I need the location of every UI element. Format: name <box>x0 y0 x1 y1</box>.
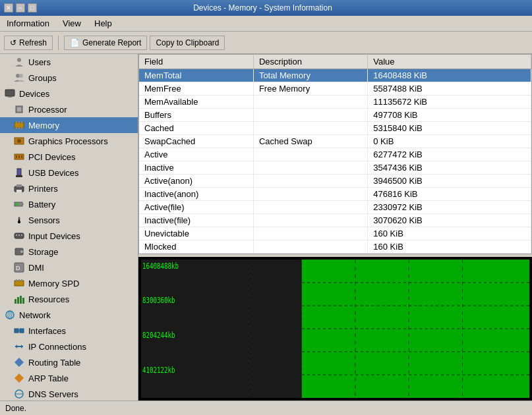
graphics-icon <box>13 135 25 147</box>
sidebar-item-groups[interactable]: Groups <box>0 70 138 86</box>
cell-value: 11135672 KiB <box>368 96 531 109</box>
sidebar-item-dmi[interactable]: DDMI <box>0 260 138 275</box>
sidebar-item-sensors[interactable]: 🌡Sensors <box>0 212 138 228</box>
memspd-icon <box>13 277 25 289</box>
cell-description <box>253 96 367 109</box>
sidebar-item-ipconn[interactable]: IP Connections <box>0 339 138 354</box>
table-row[interactable]: Mlocked160 KiB <box>139 240 531 254</box>
menu-view[interactable]: View <box>59 17 85 30</box>
svg-rect-7 <box>15 123 24 128</box>
sidebar-item-memory[interactable]: Memory <box>0 117 138 133</box>
network-icon <box>4 309 16 321</box>
cell-value: 5315840 KiB <box>368 122 531 135</box>
sidebar-item-pci[interactable]: PCI Devices <box>0 149 138 165</box>
cell-field: Inactive(file) <box>139 214 253 227</box>
sidebar-item-network[interactable]: Network <box>0 307 138 323</box>
close-button[interactable]: ✕ <box>4 3 13 13</box>
cell-description <box>253 214 367 227</box>
svg-rect-9 <box>18 121 20 123</box>
table-row[interactable]: SwapCachedCached Swap0 KiB <box>139 135 531 148</box>
table-row[interactable]: Unevictable160 KiB <box>139 227 531 240</box>
table-row[interactable]: MemAvailable11135672 KiB <box>139 96 531 109</box>
table-row[interactable]: Active(file)2330972 KiB <box>139 201 531 214</box>
sidebar-label-users: Users <box>28 57 51 67</box>
table-row[interactable]: Inactive(anon)476816 KiB <box>139 188 531 201</box>
sidebar-item-memspd[interactable]: Memory SPD <box>0 275 138 291</box>
cell-description: Total Memory <box>253 69 367 82</box>
table-row[interactable]: Buffers497708 KiB <box>139 109 531 122</box>
cell-field: SwapCached <box>139 135 253 148</box>
storage-icon <box>13 246 25 258</box>
interfaces-icon <box>13 325 25 337</box>
svg-rect-17 <box>16 155 17 158</box>
status-text: Done. <box>5 404 26 413</box>
table-row[interactable]: Active(anon)3946500 KiB <box>139 175 531 188</box>
dns-icon <box>13 388 25 400</box>
maximize-button[interactable]: □ <box>28 3 37 13</box>
cell-field: Cached <box>139 122 253 135</box>
table-row[interactable]: Cached5315840 KiB <box>139 122 531 135</box>
sidebar-item-users[interactable]: Users <box>0 54 138 70</box>
sidebar-item-devices[interactable]: Devices <box>0 86 138 101</box>
cell-value: 160 KiB <box>368 227 531 240</box>
generate-report-button[interactable]: 📄 Generate Report <box>64 36 147 50</box>
cell-field: MemTotal <box>139 69 253 82</box>
cell-description <box>253 109 367 122</box>
svg-rect-48 <box>20 329 24 333</box>
table-row[interactable]: Inactive(file)3070620 KiB <box>139 214 531 227</box>
cell-value: 0 KiB <box>368 135 531 148</box>
table-row[interactable]: MemTotalTotal Memory16408488 KiB <box>139 69 531 82</box>
dmi-icon: D <box>13 262 25 273</box>
cell-field: MemAvailable <box>139 96 253 109</box>
cell-value: 2330972 KiB <box>368 201 531 214</box>
sidebar-item-battery[interactable]: Battery <box>0 196 138 212</box>
copy-clipboard-button[interactable]: Copy to Clipboard <box>150 36 225 50</box>
sidebar-item-resources[interactable]: Resources <box>0 291 138 307</box>
cell-value: 3946500 KiB <box>368 175 531 188</box>
sidebar-label-processor: Processor <box>28 105 67 115</box>
table-row[interactable]: Inactive3547436 KiB <box>139 161 531 175</box>
sidebar-item-input[interactable]: Input Devices <box>0 228 138 244</box>
refresh-button[interactable]: ↺ Refresh <box>4 36 53 50</box>
cell-description <box>253 201 367 214</box>
svg-rect-3 <box>5 90 15 96</box>
table-row[interactable]: MemFreeFree Memory5587488 KiB <box>139 82 531 96</box>
sidebar-item-arp[interactable]: ARP Table <box>0 370 138 386</box>
cell-description <box>253 227 367 240</box>
chart-area: 16408488kb 8300360kb 8204244kb 4102122kb <box>138 257 532 401</box>
sidebar-label-resources: Resources <box>28 294 69 304</box>
groups-icon <box>13 72 25 84</box>
svg-text:D: D <box>16 265 20 271</box>
svg-rect-38 <box>18 279 20 281</box>
sidebar-item-interfaces[interactable]: Interfaces <box>0 323 138 339</box>
menu-information[interactable]: Information <box>3 17 53 30</box>
sidebar-label-network: Network <box>19 310 51 320</box>
sidebar-item-usb[interactable]: USB Devices <box>0 165 138 180</box>
status-bar: Done. <box>0 401 532 415</box>
sidebar-item-storage[interactable]: Storage <box>0 244 138 260</box>
sidebar-item-routing[interactable]: Routing Table <box>0 354 138 370</box>
menu-bar: Information View Help <box>0 16 532 32</box>
cell-description <box>253 122 367 135</box>
svg-rect-13 <box>21 127 22 129</box>
minimize-button[interactable]: − <box>16 3 25 13</box>
col-value: Value <box>368 55 531 69</box>
sidebar-item-processor[interactable]: Processor <box>0 101 138 117</box>
cell-value: 3070620 KiB <box>368 214 531 227</box>
sidebar-item-printers[interactable]: Printers <box>0 180 138 196</box>
sidebar-label-memspd: Memory SPD <box>28 279 79 289</box>
table-row[interactable]: Active6277472 KiB <box>139 148 531 161</box>
svg-point-33 <box>20 250 23 253</box>
svg-marker-52 <box>15 345 17 348</box>
sidebar-label-sensors: Sensors <box>28 215 60 225</box>
sidebar-label-dns: DNS Servers <box>28 389 78 399</box>
sidebar-item-graphics[interactable]: Graphics Processors <box>0 133 138 149</box>
menu-help[interactable]: Help <box>90 17 116 30</box>
svg-rect-19 <box>21 155 22 158</box>
svg-rect-37 <box>16 279 17 281</box>
sidebar-item-dns[interactable]: DNS Servers <box>0 386 138 401</box>
report-icon: 📄 <box>70 38 80 47</box>
sidebar-label-usb: USB Devices <box>28 168 79 178</box>
col-field: Field <box>139 55 253 69</box>
svg-rect-20 <box>17 169 21 175</box>
